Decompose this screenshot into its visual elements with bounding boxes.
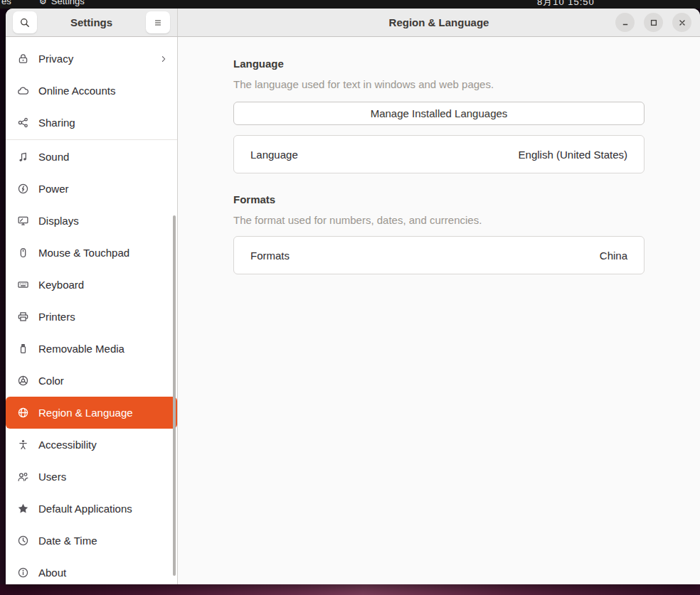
headerbar: Settings Region & Language: [6, 9, 700, 37]
sidebar-item-region-and-language[interactable]: Region & Language: [6, 397, 177, 429]
language-row-label: Language: [250, 149, 298, 161]
users-icon: [17, 471, 29, 483]
page-header: Region & Language: [178, 9, 700, 36]
star-icon: [17, 503, 29, 515]
maximize-icon: [649, 18, 659, 28]
close-button[interactable]: [672, 13, 691, 32]
formats-section-description: The format used for numbers, dates, and …: [233, 214, 645, 226]
language-row-value: English (United States): [519, 149, 627, 161]
sidebar-separator: [6, 139, 177, 140]
sidebar-item-label: Sharing: [38, 117, 75, 129]
minimize-icon: [620, 18, 630, 28]
sidebar-item-label: Region & Language: [38, 407, 133, 419]
sidebar-item-label: Displays: [38, 215, 79, 227]
sidebar-item-keyboard[interactable]: Keyboard: [6, 269, 177, 301]
sidebar-item-label: Keyboard: [38, 279, 84, 291]
power-icon: [17, 183, 29, 195]
content-pane: Language The language used for text in w…: [178, 37, 700, 584]
sidebar-item-label: Removable Media: [38, 343, 124, 355]
window-controls: [615, 13, 691, 32]
formats-row-value: China: [600, 250, 627, 262]
topbar-focused-app[interactable]: ⚙Settings: [39, 0, 85, 6]
sidebar-item-default-applications[interactable]: Default Applications: [6, 493, 177, 525]
sidebar-item-users[interactable]: Users: [6, 461, 177, 493]
clock-icon: [17, 535, 29, 547]
sidebar-item-label: Color: [38, 375, 64, 387]
system-top-bar: es ⚙Settings 8月10 15:50: [0, 0, 700, 9]
sidebar-item-label: Sound: [38, 151, 69, 163]
sidebar-item-printers[interactable]: Printers: [6, 301, 177, 333]
sidebar-item-label: About: [38, 567, 66, 579]
manage-installed-languages-button[interactable]: Manage Installed Languages: [233, 102, 645, 125]
sidebar-item-about[interactable]: About: [6, 557, 177, 584]
sidebar-item-privacy[interactable]: Privacy: [6, 43, 177, 75]
sidebar-scrollbar[interactable]: [173, 215, 176, 576]
sidebar-item-sharing[interactable]: Sharing: [6, 107, 177, 139]
sidebar-item-label: Users: [38, 471, 66, 483]
formats-section-title: Formats: [233, 193, 645, 205]
formats-row-label: Formats: [250, 250, 290, 262]
sidebar-item-label: Date & Time: [38, 535, 97, 547]
flash-drive-icon: [17, 343, 29, 355]
topbar-app-label: Settings: [51, 0, 85, 6]
sidebar-item-label: Mouse & Touchpad: [38, 247, 129, 259]
sidebar-item-date-and-time[interactable]: Date & Time: [6, 525, 177, 557]
sidebar: PrivacyOnline AccountsSharingSoundPowerD…: [6, 37, 178, 584]
language-row[interactable]: Language English (United States): [233, 135, 645, 173]
keyboard-icon: [17, 279, 29, 291]
sidebar-item-mouse-and-touchpad[interactable]: Mouse & Touchpad: [6, 237, 177, 269]
sidebar-item-power[interactable]: Power: [6, 173, 177, 205]
chevron-right-icon: [159, 54, 169, 64]
sidebar-item-label: Default Applications: [38, 503, 132, 515]
sidebar-item-displays[interactable]: Displays: [6, 205, 177, 237]
language-section-title: Language: [233, 58, 645, 70]
desktop-wallpaper-strip: [0, 584, 700, 595]
lock-icon: [17, 53, 29, 65]
display-icon: [17, 215, 29, 227]
menu-button[interactable]: [146, 11, 170, 33]
close-icon: [677, 18, 687, 28]
window-body: PrivacyOnline AccountsSharingSoundPowerD…: [6, 37, 700, 584]
language-section-description: The language used for text in windows an…: [233, 78, 645, 90]
settings-window: Settings Region & Language: [6, 9, 700, 584]
sidebar-item-online-accounts[interactable]: Online Accounts: [6, 75, 177, 107]
hamburger-icon: [152, 17, 164, 28]
color-wheel-icon: [17, 375, 29, 387]
printer-icon: [17, 311, 29, 323]
sidebar-item-sound[interactable]: Sound: [6, 141, 177, 173]
sidebar-item-label: Online Accounts: [38, 85, 115, 97]
cloud-icon: [17, 85, 29, 97]
mouse-icon: [17, 247, 29, 259]
topbar-clock[interactable]: 8月10 15:50: [537, 0, 595, 9]
music-note-icon: [17, 151, 29, 163]
sidebar-item-label: Power: [38, 183, 69, 195]
maximize-button[interactable]: [644, 13, 663, 32]
search-icon: [19, 17, 31, 28]
gear-icon: ⚙: [39, 0, 47, 6]
top-bar-clipped-content: es ⚙Settings 8月10 15:50: [0, 0, 700, 9]
sidebar-item-color[interactable]: Color: [6, 365, 177, 397]
topbar-left-fragment[interactable]: es: [1, 0, 11, 6]
info-icon: [17, 567, 29, 579]
sidebar-item-accessibility[interactable]: Accessibility: [6, 429, 177, 461]
globe-icon: [17, 407, 29, 419]
sidebar-list: PrivacyOnline AccountsSharingSoundPowerD…: [6, 37, 177, 584]
search-button[interactable]: [13, 11, 37, 33]
region-language-page: Language The language used for text in w…: [233, 37, 645, 274]
sidebar-item-removable-media[interactable]: Removable Media: [6, 333, 177, 365]
sidebar-item-label: Accessibility: [38, 439, 97, 451]
sidebar-item-label: Printers: [38, 311, 75, 323]
minimize-button[interactable]: [615, 13, 635, 32]
sidebar-header: Settings: [6, 9, 178, 36]
share-icon: [17, 117, 29, 129]
sidebar-item-label: Privacy: [38, 53, 73, 65]
accessibility-icon: [17, 439, 29, 451]
formats-row[interactable]: Formats China: [233, 236, 645, 274]
